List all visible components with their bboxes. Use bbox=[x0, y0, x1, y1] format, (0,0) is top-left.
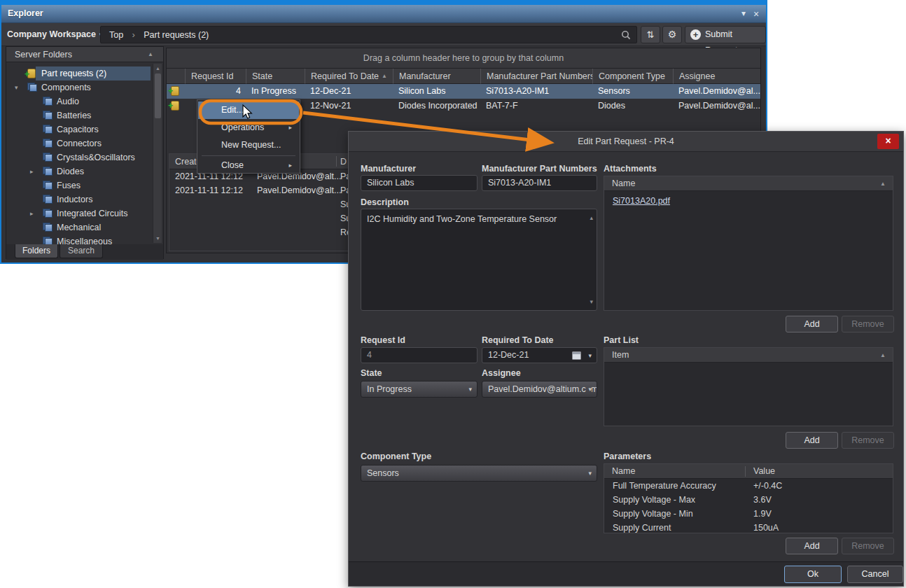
column-header-component-type[interactable]: Component Type bbox=[592, 69, 673, 84]
explorer-toolbar: Company Workspace▾ Top › Part requests (… bbox=[1, 23, 766, 46]
column-header-detail[interactable]: D bbox=[340, 154, 347, 169]
submenu-arrow-icon: ▸ bbox=[288, 157, 292, 174]
sort-asc-icon: ▲ bbox=[880, 176, 886, 191]
submenu-arrow-icon: ▸ bbox=[288, 119, 292, 136]
chevron-down-icon[interactable]: ▾ bbox=[588, 348, 592, 363]
sidebar-item-diodes[interactable]: ▸ Diodes bbox=[6, 164, 151, 178]
attachments-list[interactable]: Name▲ Si7013A20.pdf bbox=[604, 176, 893, 311]
menu-item-close[interactable]: Close▸ bbox=[198, 157, 299, 174]
column-header-request-id[interactable]: Request Id bbox=[185, 69, 246, 84]
sort-asc-icon: ▲ bbox=[880, 348, 886, 363]
sidebar-item-integrated-circuits[interactable]: ▸ Integrated Circuits bbox=[6, 206, 151, 220]
sidebar-item-connectors[interactable]: Connectors bbox=[6, 136, 151, 150]
table-row[interactable]: Supply Current 150uA bbox=[604, 521, 892, 535]
menu-item-operations[interactable]: Operations▸ bbox=[198, 119, 299, 136]
sort-asc-icon: ▲ bbox=[382, 69, 387, 84]
attachments-column-header[interactable]: Name▲ bbox=[604, 176, 893, 191]
sidebar-item-crystals-oscillators[interactable]: Crystals&Oscillators bbox=[6, 150, 151, 164]
state-select[interactable]: In Progress ▾ bbox=[361, 381, 478, 398]
scroll-down-icon[interactable]: ▼ bbox=[153, 236, 162, 241]
table-row-selected[interactable]: 4 In Progress 12-Dec-21 Silicon Labs Si7… bbox=[167, 84, 760, 99]
sync-button[interactable]: ⇅ bbox=[641, 26, 660, 43]
column-header-assignee[interactable]: Assignee bbox=[673, 69, 760, 84]
attachments-label: Attachments bbox=[604, 164, 657, 174]
parameters-header[interactable]: Name Value bbox=[604, 464, 893, 479]
breadcrumb-current[interactable]: Part requests (2) bbox=[144, 30, 209, 40]
dialog-close-button[interactable]: × bbox=[877, 134, 899, 149]
folder-icon bbox=[43, 209, 53, 218]
component-type-select[interactable]: Sensors ▾ bbox=[361, 465, 597, 482]
scrollbar-thumb[interactable] bbox=[155, 74, 161, 118]
part-list-add-button[interactable]: Add bbox=[786, 432, 838, 449]
tree-expanded-icon[interactable]: ▾ bbox=[15, 80, 18, 94]
tab-folders[interactable]: Folders bbox=[15, 244, 58, 258]
column-header-mpn[interactable]: Manufacturer Part Numbers bbox=[480, 69, 592, 84]
calendar-icon[interactable] bbox=[572, 351, 581, 360]
menu-item-new-request[interactable]: New Request... bbox=[198, 136, 299, 154]
search-icon[interactable] bbox=[620, 29, 632, 46]
cell-manufacturer: Silicon Labs bbox=[393, 84, 480, 99]
sidebar-item-audio[interactable]: Audio bbox=[6, 94, 151, 108]
sidebar-item-part-requests[interactable]: Part requests (2) bbox=[6, 66, 151, 80]
scroll-up-icon[interactable]: ▴ bbox=[590, 212, 593, 223]
sidebar-item-batteries[interactable]: Batteries bbox=[6, 108, 151, 122]
sidebar-item-inductors[interactable]: Inductors bbox=[6, 192, 151, 206]
icon-column-header[interactable] bbox=[167, 69, 185, 84]
required-date-label: Required To Date bbox=[482, 335, 554, 345]
attachment-link[interactable]: Si7013A20.pdf bbox=[613, 196, 670, 206]
settings-button[interactable]: ⚙ bbox=[662, 26, 682, 43]
required-date-field[interactable]: 12-Dec-21 ▾ bbox=[482, 347, 597, 363]
submit-request-button[interactable]: + Submit Request bbox=[685, 26, 766, 43]
scroll-up-icon[interactable]: ▲ bbox=[153, 66, 162, 71]
table-row[interactable]: Full Temperature Accuracy +/-0.4C bbox=[604, 479, 892, 493]
collapse-panel-icon[interactable]: ▲ bbox=[148, 47, 153, 62]
parameters-remove-button[interactable]: Remove bbox=[842, 538, 894, 554]
panel-close-icon[interactable]: × bbox=[751, 8, 762, 20]
column-header-required-to-date[interactable]: Required To Date▲ bbox=[305, 69, 393, 84]
ok-button[interactable]: Ok bbox=[784, 566, 842, 583]
mpn-field[interactable]: Si7013-A20-IM1 bbox=[482, 175, 597, 191]
chevron-down-icon: ▾ bbox=[588, 465, 592, 481]
breadcrumb[interactable]: Top › Part requests (2) bbox=[100, 26, 637, 43]
parameters-table[interactable]: Name Value Full Temperature Accuracy +/-… bbox=[604, 463, 893, 533]
column-header-state[interactable]: State bbox=[246, 69, 305, 84]
panel-collapse-icon[interactable]: ▾ bbox=[738, 8, 749, 18]
sidebar-item-components[interactable]: ▾ Components bbox=[6, 80, 151, 94]
sidebar-item-capacitors[interactable]: Capacitors bbox=[6, 122, 151, 136]
attachments-remove-button[interactable]: Remove bbox=[842, 316, 894, 332]
request-id-label: Request Id bbox=[361, 335, 405, 345]
assignee-select[interactable]: Pavel.Demidov@altium.com ▾ bbox=[482, 381, 597, 398]
part-list-label: Part List bbox=[604, 335, 639, 345]
tree-scrollbar[interactable]: ▲ ▼ bbox=[153, 64, 162, 243]
explorer-titlebar[interactable]: Explorer ▾ × bbox=[1, 5, 766, 23]
server-folders-header[interactable]: Server Folders ▲ bbox=[6, 47, 163, 62]
folder-icon bbox=[43, 125, 53, 134]
manufacturer-field[interactable]: Silicon Labs bbox=[361, 175, 478, 191]
manufacturer-label: Manufacturer bbox=[361, 164, 416, 174]
cancel-button[interactable]: Cancel bbox=[847, 566, 903, 583]
part-list-column-header[interactable]: Item▲ bbox=[604, 348, 893, 363]
attachments-add-button[interactable]: Add bbox=[786, 316, 838, 332]
sidebar-item-mechanical[interactable]: Mechanical bbox=[6, 220, 151, 234]
description-field[interactable]: I2C Humidity and Two-Zone Temperature Se… bbox=[361, 209, 597, 311]
workspace-dropdown[interactable]: Company Workspace▾ bbox=[7, 27, 103, 43]
part-list[interactable]: Item▲ bbox=[604, 347, 893, 426]
tab-search[interactable]: Search bbox=[60, 244, 103, 258]
tree-collapsed-icon[interactable]: ▸ bbox=[30, 164, 34, 178]
scroll-down-icon[interactable]: ▾ bbox=[590, 296, 593, 307]
dialog-titlebar[interactable]: Edit Part Request - PR-4 × bbox=[349, 132, 903, 152]
part-list-remove-button[interactable]: Remove bbox=[842, 432, 894, 449]
parameters-add-button[interactable]: Add bbox=[786, 538, 838, 554]
sidebar-item-fuses[interactable]: Fuses bbox=[6, 178, 151, 192]
tree-collapsed-icon[interactable]: ▸ bbox=[30, 206, 34, 220]
breadcrumb-root[interactable]: Top bbox=[109, 30, 123, 40]
folder-icon bbox=[43, 97, 53, 106]
table-row[interactable]: Supply Voltage - Max 3.6V bbox=[604, 493, 892, 507]
cell-component-type: Sensors bbox=[592, 84, 673, 99]
column-header-manufacturer[interactable]: Manufacturer bbox=[393, 69, 480, 84]
part-request-icon bbox=[171, 101, 179, 111]
menu-item-edit[interactable]: Edit... bbox=[198, 102, 299, 119]
group-by-bar[interactable]: Drag a column header here to group by th… bbox=[167, 48, 760, 69]
request-id-field[interactable]: 4 bbox=[361, 347, 478, 363]
table-row[interactable]: Supply Voltage - Min 1.9V bbox=[604, 507, 892, 521]
